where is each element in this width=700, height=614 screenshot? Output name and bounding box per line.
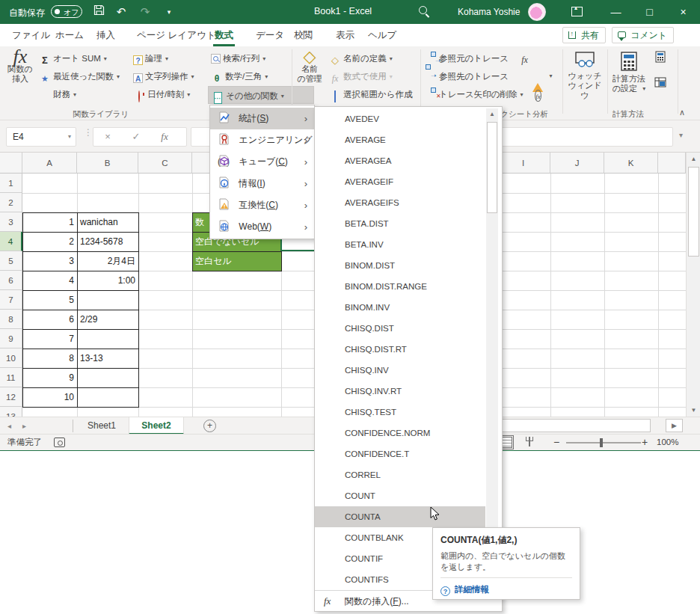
create-from-selection-button[interactable]: 選択範囲から作成 <box>329 85 413 103</box>
scroll-up-icon[interactable]: ▲ <box>687 153 700 165</box>
row-header-6[interactable]: 6 <box>0 271 22 290</box>
menu-item-engineering[interactable]: エンジニアリング(E) › <box>210 129 314 151</box>
tab-help[interactable]: ヘルプ <box>366 24 398 46</box>
error-checking-button[interactable] <box>529 67 555 84</box>
vertical-scrollbar[interactable]: ▲ ▼ <box>686 153 700 417</box>
function-menu-item-binom.dist.range[interactable]: BINOM.DIST.RANGE <box>315 276 485 297</box>
scroll-down-icon[interactable]: ▼ <box>687 404 700 417</box>
tab-review[interactable]: 校閲 <box>292 24 314 46</box>
calculation-options-button[interactable]: 計算方法 の設定 <box>610 49 648 113</box>
menu-item-web[interactable]: Web(W) › <box>210 216 314 238</box>
cell-A7[interactable]: 5 <box>22 290 77 310</box>
function-menu-item-chisq.test[interactable]: CHISQ.TEST <box>315 402 485 423</box>
row-header-11[interactable]: 11 <box>0 368 22 387</box>
financial-button[interactable]: 財務 <box>39 85 76 103</box>
tell-me-more-link[interactable]: 詳細情報 <box>455 585 489 594</box>
avatar[interactable] <box>528 3 546 21</box>
cell-A8[interactable]: 6 <box>22 310 77 329</box>
tab-home[interactable]: ホーム <box>54 24 85 46</box>
tab-scroll-left-icon[interactable]: ◂ <box>7 417 11 435</box>
formula-bar-handle[interactable]: ⋮ <box>84 130 87 135</box>
cell-B3[interactable]: wanichan <box>77 212 138 232</box>
autosum-button[interactable]: オート SUM <box>39 49 107 67</box>
evaluate-formula-button[interactable] <box>531 85 547 102</box>
cancel-entry-icon[interactable]: × <box>93 128 122 146</box>
submenu-scrollbar[interactable]: ▲ ▼ <box>486 108 498 590</box>
zoom-out-button[interactable]: − <box>553 436 559 448</box>
tab-formulas[interactable]: 数式 <box>213 24 235 46</box>
column-header-K[interactable]: K <box>604 153 658 174</box>
share-button[interactable]: 共有 <box>562 27 606 43</box>
tab-scroll-right-icon[interactable]: ▸ <box>22 417 26 435</box>
cell-A5[interactable]: 3 <box>22 251 77 271</box>
function-menu-item-correl[interactable]: CORREL <box>315 464 485 485</box>
minimize-button[interactable]: — <box>599 0 633 24</box>
column-header-C[interactable]: C <box>138 153 192 174</box>
row-header-2[interactable]: 2 <box>0 193 22 212</box>
new-sheet-button[interactable]: + <box>203 420 216 432</box>
function-menu-item-count[interactable]: COUNT <box>315 485 485 506</box>
undo-button[interactable]: ↶ <box>112 4 130 20</box>
tab-data[interactable]: データ <box>254 24 286 46</box>
function-menu-item-confidence.norm[interactable]: CONFIDENCE.NORM <box>315 423 485 443</box>
function-menu-item-averagea[interactable]: AVERAGEA <box>315 150 485 171</box>
name-box-dropdown-icon[interactable]: ▾ <box>68 128 71 146</box>
zoom-slider-track[interactable] <box>566 442 641 443</box>
function-menu-item-chisq.dist.rt[interactable]: CHISQ.DIST.RT <box>315 339 485 360</box>
cell-A6[interactable]: 4 <box>22 271 77 290</box>
column-header-partial[interactable] <box>658 153 686 174</box>
row-header-3[interactable]: 3 <box>0 212 22 232</box>
calculate-now-button[interactable] <box>652 51 669 67</box>
function-menu-item-counta[interactable]: COUNTA <box>315 506 485 527</box>
close-button[interactable]: × <box>666 0 700 24</box>
zoom-in-button[interactable]: + <box>642 436 648 448</box>
function-menu-item-beta.inv[interactable]: BETA.INV <box>315 234 485 255</box>
menu-item-statistical[interactable]: 統計(S) › <box>210 108 314 129</box>
accessibility-checker-icon[interactable] <box>54 438 65 447</box>
cell-A3[interactable]: 1 <box>22 212 77 232</box>
row-header-4[interactable]: 4 <box>0 232 22 251</box>
save-button[interactable] <box>90 4 108 20</box>
function-menu-item-average[interactable]: AVERAGE <box>315 129 485 150</box>
search-icon[interactable] <box>419 6 431 18</box>
menu-item-information[interactable]: 情報(I) › <box>210 173 314 194</box>
cell-A12[interactable]: 10 <box>22 387 77 407</box>
cell-B6[interactable]: 1:00 <box>77 271 138 290</box>
math-trig-button[interactable]: 数学/三角 <box>211 67 268 85</box>
zoom-slider-thumb[interactable] <box>600 438 603 447</box>
select-all-corner[interactable] <box>0 153 22 174</box>
tab-view[interactable]: 表示 <box>334 24 356 46</box>
row-header-9[interactable]: 9 <box>0 329 22 349</box>
confirm-entry-icon[interactable]: ✓ <box>122 128 150 146</box>
function-menu-item-avedev[interactable]: AVEDEV <box>315 108 485 129</box>
hscroll-right-icon[interactable]: ▶ <box>666 419 683 432</box>
remove-arrows-button[interactable]: トレース矢印の削除 <box>425 85 524 103</box>
collapse-ribbon-icon[interactable]: ∧ <box>679 108 685 117</box>
row-header-10[interactable]: 10 <box>0 349 22 368</box>
function-menu-item-averageif[interactable]: AVERAGEIF <box>315 171 485 192</box>
column-header-I[interactable]: I <box>497 153 550 174</box>
datetime-button[interactable]: 日付/時刻 <box>133 85 190 103</box>
calculate-sheet-button[interactable] <box>652 76 669 93</box>
function-menu-item-confidence.t[interactable]: CONFIDENCE.T <box>315 443 485 464</box>
maximize-button[interactable]: □ <box>633 0 666 24</box>
sheet-tab-sheet2[interactable]: Sheet2 <box>129 417 184 435</box>
cell-B4[interactable]: 1234-5678 <box>77 232 138 251</box>
row-header-1[interactable]: 1 <box>0 174 22 193</box>
menu-item-cube[interactable]: キューブ(C) › <box>210 151 314 173</box>
submenu-scroll-up-icon[interactable]: ▲ <box>486 108 498 120</box>
ribbon-display-options-icon[interactable] <box>571 7 583 16</box>
row-header-8[interactable]: 8 <box>0 310 22 329</box>
logical-button[interactable]: 論理 <box>133 49 168 67</box>
tab-page-layout[interactable]: ページ レイアウト <box>135 24 218 46</box>
cell-B10[interactable]: 13-13 <box>77 349 138 368</box>
trace-precedents-button[interactable]: 参照元のトレース <box>425 49 509 67</box>
lookup-button[interactable]: 検索/行列 <box>211 49 265 67</box>
expand-formula-bar-icon[interactable]: ▾ <box>679 131 683 139</box>
user-name[interactable]: Kohama Yoshie <box>458 7 520 17</box>
zoom-level[interactable]: 100% <box>657 438 678 446</box>
row-header-12[interactable]: 12 <box>0 387 22 407</box>
trace-dependents-button[interactable]: 参照先のトレース <box>425 67 509 85</box>
autosave-toggle[interactable]: オフ <box>51 5 82 18</box>
function-menu-item-binom.dist[interactable]: BINOM.DIST <box>315 255 485 276</box>
